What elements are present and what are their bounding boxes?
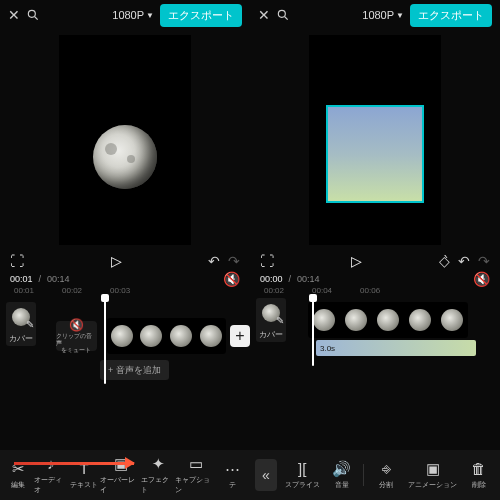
mute-icon: 🔇 bbox=[69, 318, 84, 332]
resolution-label: 1080P bbox=[112, 9, 144, 21]
export-button[interactable]: エクスポート bbox=[160, 4, 242, 27]
cover-thumb[interactable]: ✎ カバー bbox=[256, 298, 286, 342]
playhead[interactable] bbox=[104, 296, 106, 384]
caption-icon: ▭ bbox=[188, 456, 204, 472]
volume-icon: 🔊 bbox=[334, 461, 350, 477]
search-icon[interactable] bbox=[276, 8, 290, 22]
pencil-icon: ✎ bbox=[26, 319, 34, 330]
svg-point-2 bbox=[278, 10, 285, 17]
bottom-toolbar: ✂編集 ♪オーディオ Tテキスト ▣オーバーレイ ✦エフェクト ▭キャプション … bbox=[0, 450, 250, 500]
video-preview bbox=[309, 35, 441, 245]
tool-split[interactable]: ⎆分割 bbox=[370, 461, 402, 490]
resolution-label: 1080P bbox=[362, 9, 394, 21]
chevron-down-icon: ▼ bbox=[146, 11, 154, 20]
collapse-button[interactable]: « bbox=[255, 459, 277, 491]
undo-icon[interactable]: ↶ bbox=[458, 253, 470, 269]
close-icon[interactable]: ✕ bbox=[8, 7, 20, 23]
svg-point-0 bbox=[28, 10, 35, 17]
time-current: 00:00 bbox=[260, 274, 283, 284]
cover-thumb[interactable]: ✎ カバー bbox=[6, 302, 36, 346]
play-button[interactable]: ▷ bbox=[351, 253, 362, 269]
resolution-select[interactable]: 1080P ▼ bbox=[112, 9, 154, 21]
svg-line-1 bbox=[35, 17, 38, 20]
cover-label: カバー bbox=[9, 333, 33, 344]
splice-icon: ][ bbox=[294, 461, 310, 477]
time-total: 00:14 bbox=[47, 274, 70, 284]
preview-area[interactable] bbox=[0, 30, 250, 250]
transport-bar: ⛶ ▷ ◇̀ ↶ ↷ bbox=[250, 250, 500, 272]
speaker-icon[interactable]: 🔇 bbox=[473, 271, 490, 287]
topbar: ✕ 1080P ▼ エクスポート bbox=[0, 0, 250, 30]
time-ruler[interactable]: 00:02 00:04 00:06 bbox=[250, 286, 500, 296]
divider bbox=[363, 464, 364, 486]
bottom-toolbar: « ][スプライス 🔊音量 ⎆分割 ▣アニメーション 🗑削除 bbox=[250, 450, 500, 500]
fullscreen-icon[interactable]: ⛶ bbox=[10, 253, 24, 269]
time-sep: / bbox=[39, 274, 42, 284]
preview-content-moon bbox=[93, 125, 157, 189]
mute-clip-button[interactable]: 🔇 クリップの音声 をミュート bbox=[56, 321, 97, 351]
sparkle-icon: ✦ bbox=[150, 456, 166, 472]
cover-label: カバー bbox=[259, 329, 283, 340]
overlay-selected-box[interactable] bbox=[326, 105, 424, 203]
tool-more[interactable]: ⋯テ bbox=[216, 461, 248, 490]
export-button[interactable]: エクスポート bbox=[410, 4, 492, 27]
svg-line-3 bbox=[285, 17, 288, 20]
overlay-clip[interactable]: 3.0s bbox=[316, 340, 476, 356]
add-audio-button[interactable]: + 音声を追加 bbox=[100, 360, 169, 380]
editor-pane-left: ✕ 1080P ▼ エクスポート ⛶ ▷ ↶ ↷ 00:01 / 00:14 🔇 bbox=[0, 0, 250, 500]
animation-icon: ▣ bbox=[425, 461, 441, 477]
tool-volume[interactable]: 🔊音量 bbox=[326, 461, 358, 490]
fullscreen-icon[interactable]: ⛶ bbox=[260, 253, 274, 269]
playhead[interactable] bbox=[312, 296, 314, 366]
transport-bar: ⛶ ▷ ↶ ↷ bbox=[0, 250, 250, 272]
time-sep: / bbox=[289, 274, 292, 284]
video-preview bbox=[59, 35, 191, 245]
time-current: 00:01 bbox=[10, 274, 33, 284]
editor-pane-right: ✕ 1080P ▼ エクスポート ⛶ ▷ ◇̀ ↶ ↷ 00:00 / 00:1… bbox=[250, 0, 500, 500]
search-icon[interactable] bbox=[26, 8, 40, 22]
time-total: 00:14 bbox=[297, 274, 320, 284]
tool-splice[interactable]: ][スプライス bbox=[285, 461, 320, 490]
chevron-down-icon: ▼ bbox=[396, 11, 404, 20]
split-icon: ⎆ bbox=[378, 461, 394, 477]
undo-icon[interactable]: ↶ bbox=[208, 253, 220, 269]
timecode: 00:00 / 00:14 🔇 bbox=[250, 272, 500, 286]
pencil-icon: ✎ bbox=[276, 315, 284, 326]
video-clip[interactable] bbox=[308, 302, 468, 338]
tool-delete[interactable]: 🗑削除 bbox=[463, 461, 495, 490]
video-clip[interactable] bbox=[107, 318, 226, 354]
redo-icon[interactable]: ↷ bbox=[478, 253, 490, 269]
overlay-duration: 3.0s bbox=[320, 344, 335, 353]
speaker-icon[interactable]: 🔇 bbox=[223, 271, 240, 287]
annotation-arrow bbox=[14, 462, 134, 465]
preview-area[interactable] bbox=[250, 30, 500, 250]
timecode: 00:01 / 00:14 🔇 bbox=[0, 272, 250, 286]
play-button[interactable]: ▷ bbox=[111, 253, 122, 269]
redo-icon[interactable]: ↷ bbox=[228, 253, 240, 269]
tool-caption[interactable]: ▭キャプション bbox=[175, 456, 216, 495]
topbar: ✕ 1080P ▼ エクスポート bbox=[250, 0, 500, 30]
close-icon[interactable]: ✕ bbox=[258, 7, 270, 23]
timeline[interactable]: ✎ カバー 3.0s bbox=[250, 296, 500, 450]
timeline[interactable]: ✎ カバー 🔇 クリップの音声 をミュート + + 音声を追加 bbox=[0, 296, 250, 450]
tool-animation[interactable]: ▣アニメーション bbox=[408, 461, 457, 490]
add-clip-button[interactable]: + bbox=[230, 325, 250, 347]
keyframe-icon[interactable]: ◇̀ bbox=[439, 253, 450, 269]
more-icon: ⋯ bbox=[224, 461, 240, 477]
trash-icon: 🗑 bbox=[471, 461, 487, 477]
resolution-select[interactable]: 1080P ▼ bbox=[362, 9, 404, 21]
tool-effect[interactable]: ✦エフェクト bbox=[141, 456, 175, 495]
time-ruler[interactable]: 00:01 00:02 00:03 bbox=[0, 286, 250, 296]
